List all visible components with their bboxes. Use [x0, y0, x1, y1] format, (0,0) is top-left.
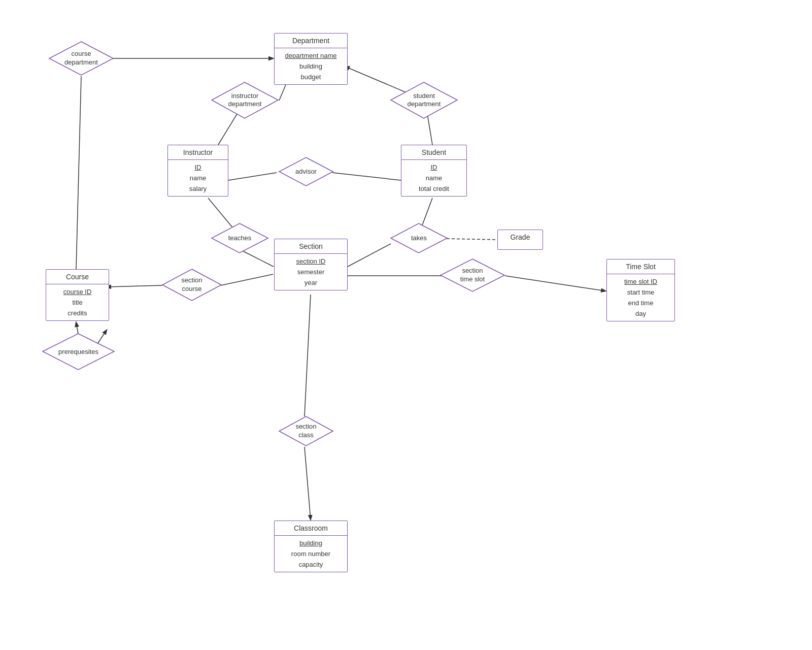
timeslot-entity: Time Slot time slot ID start time end ti…	[606, 259, 675, 321]
timeslot-attr-end: end time	[615, 298, 666, 308]
takes-diamond: takes	[390, 222, 448, 254]
svg-marker-24	[279, 157, 333, 186]
svg-line-6	[228, 173, 277, 180]
svg-line-12	[447, 239, 497, 240]
svg-line-17	[304, 295, 311, 416]
section-attr-semester: semester	[283, 267, 339, 277]
grade-entity: Grade	[497, 230, 543, 250]
course-attr-title: title	[54, 297, 100, 308]
svg-line-14	[107, 285, 162, 287]
classroom-attrs: building room number capacity	[275, 536, 347, 572]
section-timeslot-diamond: sectiontime slot	[439, 258, 505, 292]
svg-marker-22	[212, 82, 278, 118]
instructor-attr-name: name	[176, 173, 220, 183]
section-attr-year: year	[283, 277, 339, 288]
student-attr-name: name	[410, 173, 458, 183]
svg-marker-29	[279, 416, 333, 446]
dept-attr-budget: budget	[283, 72, 339, 82]
svg-line-18	[304, 447, 311, 519]
course-attrs: course ID title credits	[46, 284, 109, 320]
svg-marker-27	[162, 269, 221, 301]
student-attr-credit: total credit	[410, 183, 458, 194]
course-attr-id: course ID	[54, 286, 100, 297]
section-entity: Section section ID semester year	[274, 239, 348, 290]
classroom-entity: Classroom building room number capacity	[274, 521, 348, 572]
section-class-diamond: sectionclass	[278, 415, 334, 447]
svg-line-16	[505, 276, 605, 291]
dept-attr-building: building	[283, 61, 339, 72]
instructor-title: Instructor	[168, 145, 228, 160]
classroom-attr-building: building	[283, 538, 339, 548]
instructor-attrs: ID name salary	[168, 160, 228, 196]
svg-marker-26	[391, 223, 447, 253]
instructor-attr-id: ID	[176, 162, 220, 173]
dept-attr-name: department name	[283, 50, 339, 61]
course-attr-credits: credits	[54, 308, 100, 318]
timeslot-attr-day: day	[615, 308, 666, 319]
student-title: Student	[401, 145, 466, 160]
timeslot-attrs: time slot ID start time end time day	[607, 274, 674, 321]
timeslot-attr-id: time slot ID	[615, 276, 666, 287]
section-title: Section	[275, 239, 347, 254]
student-entity: Student ID name total credit	[401, 145, 467, 197]
instructor-entity: Instructor ID name salary	[167, 145, 228, 197]
svg-line-11	[348, 244, 391, 267]
teaches-diamond: teaches	[211, 222, 269, 254]
course-title: Course	[46, 270, 109, 284]
student-dept-diamond: studentdepartment	[390, 81, 458, 119]
svg-marker-28	[441, 259, 504, 291]
course-dept-diamond: coursedepartment	[48, 41, 114, 76]
classroom-attr-room: room number	[283, 548, 339, 559]
department-attrs: department name building budget	[275, 48, 347, 84]
svg-marker-30	[43, 334, 114, 370]
svg-marker-23	[391, 82, 457, 118]
advisor-diamond: advisor	[278, 156, 334, 187]
instructor-dept-diamond: instructordepartment	[211, 81, 279, 119]
timeslot-title: Time Slot	[607, 259, 674, 274]
department-title: Department	[275, 34, 347, 48]
svg-line-13	[221, 274, 273, 285]
student-attrs: ID name total credit	[401, 160, 466, 196]
svg-marker-25	[212, 223, 268, 253]
svg-marker-21	[49, 42, 113, 75]
student-attr-id: ID	[410, 162, 458, 173]
course-entity: Course course ID title credits	[46, 269, 109, 321]
timeslot-attr-start: start time	[615, 287, 666, 298]
svg-line-1	[76, 76, 81, 269]
classroom-title: Classroom	[275, 521, 347, 536]
svg-line-7	[332, 173, 401, 180]
classroom-attr-capacity: capacity	[283, 559, 339, 570]
section-course-diamond: sectioncourse	[161, 268, 222, 302]
department-entity: Department department name building budg…	[274, 33, 348, 85]
prereq-diamond: prerequesites	[42, 333, 115, 371]
grade-title: Grade	[498, 230, 543, 244]
section-attrs: section ID semester year	[275, 254, 347, 290]
section-attr-id: section ID	[283, 256, 339, 267]
instructor-attr-salary: salary	[176, 183, 220, 194]
